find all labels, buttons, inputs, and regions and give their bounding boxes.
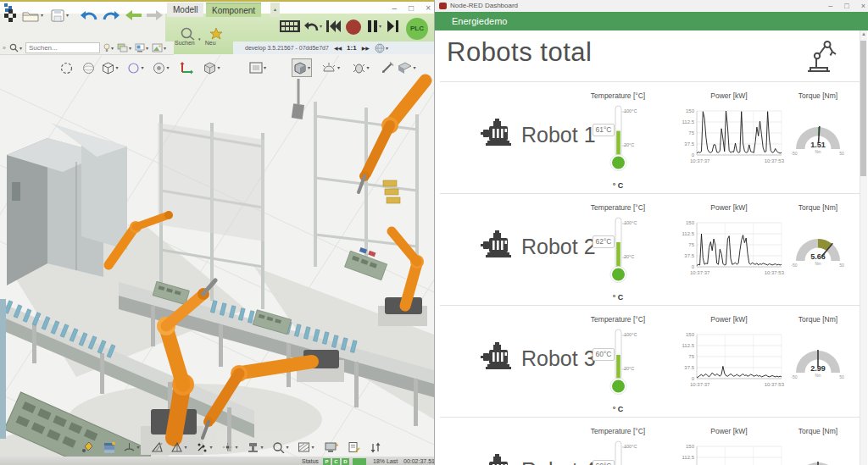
redo-button[interactable] [102,6,120,25]
svg-text:0: 0 [692,152,695,158]
scrollbar-thumb[interactable] [860,41,866,176]
plc-button[interactable]: PLC [406,18,428,40]
forward-button[interactable] [146,6,163,25]
frame-view-button[interactable]: ▾ [248,58,268,77]
record-button[interactable] [345,19,362,39]
collapse-chevrons-icon[interactable]: » [3,45,6,51]
simulation-window: – □ × ▾ ▾ Modell Komponent ▴ ▾ [0,0,434,465]
svg-text:10:37:37: 10:37:37 [690,382,710,387]
robot-name: Robot 1 [521,123,596,147]
torque-column-title: Torque [Nm] [763,91,868,100]
version-text: develop 3.5.21567 - 07dd5e7d7 [245,45,329,51]
robot-row: Robot 3 Temperature [°C] 60°C 100°C 20°C… [435,307,860,417]
motor-icon [479,340,516,378]
svg-text:-50: -50 [791,374,797,379]
dashboard-titlebar: Node-RED Dashboard – □ × [435,0,868,12]
vector-tool-button[interactable]: ▾ [195,439,214,456]
search-filter-button[interactable]: ▾ [9,43,22,53]
origin-frame-button[interactable] [176,58,197,77]
probe-tool-button[interactable]: ▾ [271,439,290,456]
material-tool-button[interactable] [100,439,119,456]
close-button[interactable]: × [861,0,865,12]
svg-text:10:37:37: 10:37:37 [690,270,710,275]
svg-text:112.5: 112.5 [682,119,694,125]
tab-modell[interactable]: Modell [167,3,203,17]
plane-tool-button[interactable] [147,439,166,456]
svg-text:150: 150 [686,108,695,113]
thermo-max-label: 100°C [624,444,637,449]
lighting-button[interactable]: ▾ [320,58,341,77]
cube-icon [102,62,114,75]
speed-up-button[interactable]: ▶▶ [362,45,370,51]
align-tool-button[interactable]: ▾ [220,439,239,456]
svg-text:2.99: 2.99 [810,364,826,373]
pattern-tool-button[interactable]: ▾ [297,439,315,456]
save-button[interactable]: ▾ [51,6,69,25]
prism-tool-button[interactable]: ▾ [170,439,188,456]
back-button[interactable] [125,6,142,25]
monitor-plus-icon: + [325,441,338,453]
layers-icon [117,43,128,53]
motor-icon [479,117,516,154]
search-input[interactable] [25,42,100,53]
filmstrip-button[interactable] [280,19,300,37]
speed-ratio[interactable]: 1:1 [347,44,357,52]
circle-select-button[interactable]: ▾ [125,58,146,77]
geometry-button[interactable]: ▾ [202,58,222,77]
svg-text:150: 150 [686,332,695,337]
wire-cube-button[interactable]: ▾ [100,58,120,77]
step-forward-button[interactable] [387,19,400,37]
svg-text:10:37:37: 10:37:37 [690,158,710,163]
snapshot-button[interactable]: ▾ [152,43,166,53]
torque-gauge: 2.99Nm-5050 [786,340,850,383]
divider [440,193,860,194]
paint-tool-button[interactable] [78,439,97,456]
undo-button[interactable] [80,6,98,25]
tab-scroll-button[interactable]: ▴ [270,3,280,17]
app-menu-button[interactable] [3,6,16,25]
page-title: Robots total [447,37,592,68]
physics-button[interactable]: ▾ [351,58,371,77]
search-icon [9,43,19,53]
arc-tool-button[interactable]: ▾ [122,439,141,456]
close-button[interactable]: × [426,2,431,14]
select-tool-button[interactable] [56,58,76,77]
render-mode-button[interactable]: ▾ [292,58,312,77]
maximize-button[interactable]: □ [409,2,414,14]
sphere-view-button[interactable] [78,58,98,77]
minimize-button[interactable]: – [392,2,398,14]
camera-view-button[interactable]: ▾ [151,58,171,77]
visibility-button[interactable]: ▾ [103,43,114,53]
svg-text:150: 150 [686,220,695,225]
dashboard-scrollbar[interactable]: ▲ [860,30,867,465]
sort-tool-button[interactable] [366,439,385,456]
layers-button[interactable]: ▾ [117,43,131,53]
skip-to-start-button[interactable] [326,19,341,37]
svg-text:37.5: 37.5 [684,253,694,258]
scroll-up-icon[interactable]: ▲ [860,31,867,36]
thermo-min-label: 20°C [624,366,634,371]
press-tool-button[interactable]: ▾ [246,439,264,456]
reset-simulation-button[interactable]: ▾ [304,19,322,34]
robot-row: Robot 2 Temperature [°C] 62°C 100°C 20°C… [435,195,860,305]
temperature-unit: ° C [593,293,643,302]
screen-add-button[interactable]: + [322,439,341,456]
speed-down-button[interactable]: ◀◀ [334,45,342,51]
3d-viewport[interactable] [0,55,434,457]
minimize-button[interactable]: – [828,0,832,12]
notes-tool-button[interactable] [344,439,363,456]
hatch-icon [298,441,310,453]
tab-komponent[interactable]: Komponent [206,3,261,17]
group-label-suchen: Suchen [175,40,195,54]
world-options-button[interactable]: ▾ [375,43,388,53]
section-button[interactable]: ▾ [397,58,417,77]
maximize-button[interactable]: □ [844,0,849,12]
temperature-value: 60°C [593,460,615,465]
power-chart: 037.575112.515010:37:3710:37:53 [675,330,785,390]
pause-button[interactable]: ▾ [367,19,381,34]
measure-button[interactable] [378,58,398,77]
robot-name: Robot 4 [521,458,596,465]
display-mode-button[interactable]: ▾ [135,43,148,53]
open-button[interactable]: ▾ [22,6,43,25]
svg-text:+: + [335,441,338,449]
